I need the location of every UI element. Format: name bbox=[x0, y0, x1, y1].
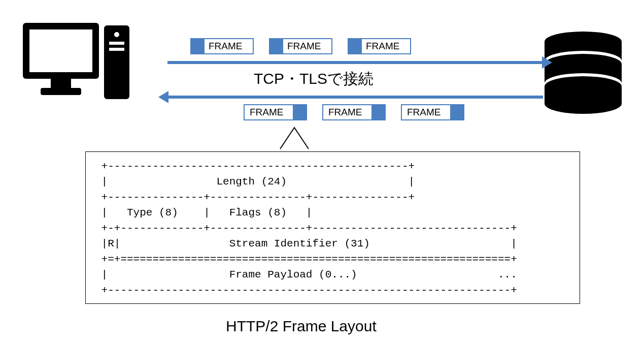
svg-point-5 bbox=[114, 32, 119, 37]
callout-pointer-icon bbox=[279, 125, 310, 150]
frame-box: FRAME bbox=[401, 104, 464, 120]
svg-point-16 bbox=[545, 94, 622, 114]
client-computer-icon bbox=[20, 20, 132, 109]
frame-header-icon bbox=[450, 104, 464, 120]
arrow-server-to-client bbox=[167, 96, 543, 99]
frame-label: FRAME bbox=[287, 41, 321, 52]
frame-box: FRAME bbox=[190, 38, 254, 54]
svg-rect-1 bbox=[29, 29, 92, 72]
frame-box: FRAME bbox=[348, 38, 411, 54]
frame-header-icon bbox=[371, 104, 386, 120]
svg-rect-2 bbox=[51, 79, 71, 88]
svg-rect-3 bbox=[41, 88, 81, 95]
frame-layout-title: HTTP/2 Frame Layout bbox=[226, 318, 377, 335]
arrow-client-to-server bbox=[167, 61, 543, 64]
frame-box: FRAME bbox=[244, 104, 307, 120]
svg-rect-7 bbox=[109, 48, 124, 51]
frame-box: FRAME bbox=[322, 104, 386, 120]
svg-rect-6 bbox=[109, 42, 124, 45]
frame-box: FRAME bbox=[269, 38, 332, 54]
server-database-icon bbox=[543, 30, 624, 116]
frame-label: FRAME bbox=[328, 107, 362, 118]
http2-diagram: TCP・TLSで接続 FRAME FRAME FRAME FRAME FRAME… bbox=[10, 10, 634, 331]
frame-label: FRAME bbox=[407, 107, 441, 118]
connection-label: TCP・TLSで接続 bbox=[254, 69, 374, 89]
frame-label: FRAME bbox=[366, 41, 400, 52]
frame-label: FRAME bbox=[250, 107, 284, 118]
frame-row-response: FRAME FRAME FRAME bbox=[244, 104, 464, 120]
frame-header-icon bbox=[348, 38, 362, 54]
frame-layout-ascii: +---------------------------------------… bbox=[95, 159, 570, 298]
frame-header-icon bbox=[293, 104, 307, 120]
frame-header-icon bbox=[269, 38, 283, 54]
frame-label: FRAME bbox=[209, 41, 243, 52]
frame-layout-box: +---------------------------------------… bbox=[85, 151, 580, 304]
frame-row-request: FRAME FRAME FRAME bbox=[190, 38, 411, 54]
frame-header-icon bbox=[190, 38, 205, 54]
